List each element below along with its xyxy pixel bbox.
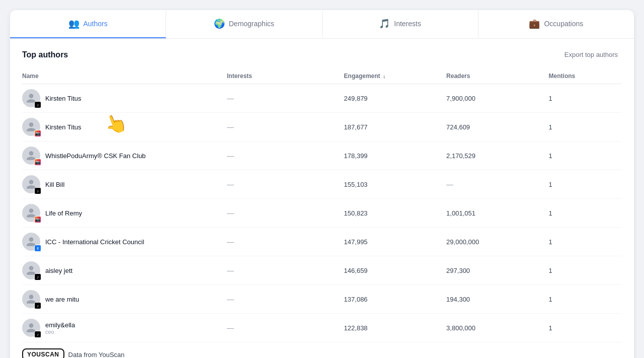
col-header-mentions: Mentions (549, 68, 622, 84)
table-row: 📷 Life of Remy — 150,823 1,001,051 1 (22, 199, 622, 228)
platform-badge: 📷 (34, 216, 41, 223)
table-row: 📷 Kirsten Titus — 187,677 724,609 1 (22, 113, 622, 141)
footer: YOUSCAN Data from YouScan (22, 342, 622, 358)
author-cell-5: f ICC - International Cricket Council (22, 228, 227, 256)
table-row: ♪ emily&ella ceo — 122,838 3,800,000 1 (22, 314, 622, 342)
platform-badge: f (34, 245, 41, 252)
col-header-engagement[interactable]: Engagement ↓ (344, 68, 447, 84)
avatar-wrap: ♪ (22, 89, 40, 107)
table-row: ♪ Kirsten Titus — 249,879 7,900,000 1 (22, 84, 622, 113)
readers-cell: 3,800,000 (446, 314, 549, 342)
platform-badge: 📷 (34, 159, 41, 166)
author-info: aisley jett (45, 267, 72, 274)
interests-cell: — (227, 285, 344, 314)
col-header-name: Name (22, 68, 227, 84)
avatar-wrap: 📷 (22, 147, 40, 165)
author-name: we are mitu (45, 296, 79, 303)
engagement-cell: 178,399 (344, 141, 447, 170)
engagement-cell: 146,659 (344, 256, 447, 285)
table-row: f ICC - International Cricket Council — … (22, 228, 622, 256)
author-info: emily&ella ceo (45, 321, 75, 335)
author-name: Kirsten Titus (45, 95, 82, 102)
avatar-wrap: ♪ (22, 175, 40, 193)
tab-demographics-label: Demographics (229, 20, 274, 28)
author-info: Kill Bill (45, 181, 64, 188)
authors-icon: 👥 (68, 18, 79, 29)
tab-occupations[interactable]: 💼 Occupations (478, 10, 634, 38)
author-name: ICC - International Cricket Council (45, 238, 144, 246)
tab-authors[interactable]: 👥 Authors (10, 10, 166, 38)
col-header-readers: Readers (446, 68, 549, 84)
section-title: Top authors (22, 50, 68, 59)
author-name: aisley jett (45, 267, 72, 274)
author-name: Kill Bill (45, 181, 64, 188)
readers-cell: 194,300 (446, 285, 549, 314)
engagement-cell: 155,103 (344, 170, 447, 199)
readers-cell: 29,000,000 (446, 228, 549, 256)
interests-cell: — (227, 84, 344, 113)
tab-authors-label: Authors (84, 20, 108, 28)
youscan-logo: YOUSCAN (22, 348, 64, 358)
authors-table: Name Interests Engagement ↓ Readers Ment… (22, 68, 622, 342)
engagement-cell: 147,995 (344, 228, 447, 256)
platform-badge: ♪ (34, 302, 41, 309)
mentions-cell: 1 (549, 113, 622, 141)
author-cell-8: ♪ emily&ella ceo (22, 314, 227, 342)
sort-icon: ↓ (383, 73, 386, 79)
author-name: Kirsten Titus (45, 123, 82, 131)
interests-cell: — (227, 314, 344, 342)
author-cell-4: 📷 Life of Remy (22, 199, 227, 228)
author-name: Life of Remy (45, 209, 82, 217)
platform-badge: ♪ (34, 273, 41, 280)
author-cell-6: ♪ aisley jett (22, 256, 227, 285)
interests-icon: 🎵 (379, 18, 390, 29)
readers-cell: 2,170,529 (446, 141, 549, 170)
footer-text: Data from YouScan (68, 351, 125, 359)
author-info: we are mitu (45, 296, 79, 303)
author-cell-0: ♪ Kirsten Titus (22, 84, 227, 113)
readers-cell: 297,300 (446, 256, 549, 285)
table-header-row: Name Interests Engagement ↓ Readers Ment… (22, 68, 622, 84)
mentions-cell: 1 (549, 285, 622, 314)
tab-demographics[interactable]: 🌍 Demographics (166, 10, 322, 38)
engagement-cell: 150,823 (344, 199, 447, 228)
mentions-cell: 1 (549, 141, 622, 170)
tab-occupations-label: Occupations (544, 20, 583, 28)
avatar-wrap: ♪ (22, 319, 40, 337)
author-name: WhistlePoduArmy® CSK Fan Club (45, 152, 146, 160)
tab-interests[interactable]: 🎵 Interests (323, 10, 478, 38)
interests-cell: — (227, 199, 344, 228)
section-header: Top authors Export top authors (22, 49, 622, 60)
demographics-icon: 🌍 (214, 18, 225, 29)
author-info: WhistlePoduArmy® CSK Fan Club (45, 152, 146, 160)
mentions-cell: 1 (549, 228, 622, 256)
author-cell-3: ♪ Kill Bill (22, 170, 227, 199)
avatar-wrap: f (22, 233, 40, 251)
interests-cell: — (227, 228, 344, 256)
engagement-cell: 122,838 (344, 314, 447, 342)
interests-cell: — (227, 141, 344, 170)
author-info: Life of Remy (45, 209, 82, 217)
mentions-cell: 1 (549, 256, 622, 285)
tab-bar: 👥 Authors 🌍 Demographics 🎵 Interests 💼 O… (10, 10, 634, 39)
avatar-wrap: 📷 (22, 204, 40, 222)
tab-interests-label: Interests (394, 20, 421, 28)
readers-cell: 1,001,051 (446, 199, 549, 228)
main-content: 👆 Top authors Export top authors Name In… (10, 39, 634, 358)
export-button[interactable]: Export top authors (560, 49, 622, 60)
avatar-wrap: 📷 (22, 118, 40, 136)
platform-badge: ♪ (34, 331, 41, 338)
author-info: Kirsten Titus (45, 95, 82, 102)
table-row: ♪ we are mitu — 137,086 194,300 1 (22, 285, 622, 314)
col-header-interests: Interests (227, 68, 344, 84)
table-row: ♪ aisley jett — 146,659 297,300 1 (22, 256, 622, 285)
table-row: ♪ Kill Bill — 155,103 — 1 (22, 170, 622, 199)
interests-cell: — (227, 170, 344, 199)
mentions-cell: 1 (549, 84, 622, 113)
engagement-cell: 187,677 (344, 113, 447, 141)
readers-cell: — (446, 170, 549, 199)
author-info: ICC - International Cricket Council (45, 238, 144, 246)
readers-cell: 724,609 (446, 113, 549, 141)
table-row: 📷 WhistlePoduArmy® CSK Fan Club — 178,39… (22, 141, 622, 170)
author-name: emily&ella (45, 321, 75, 329)
